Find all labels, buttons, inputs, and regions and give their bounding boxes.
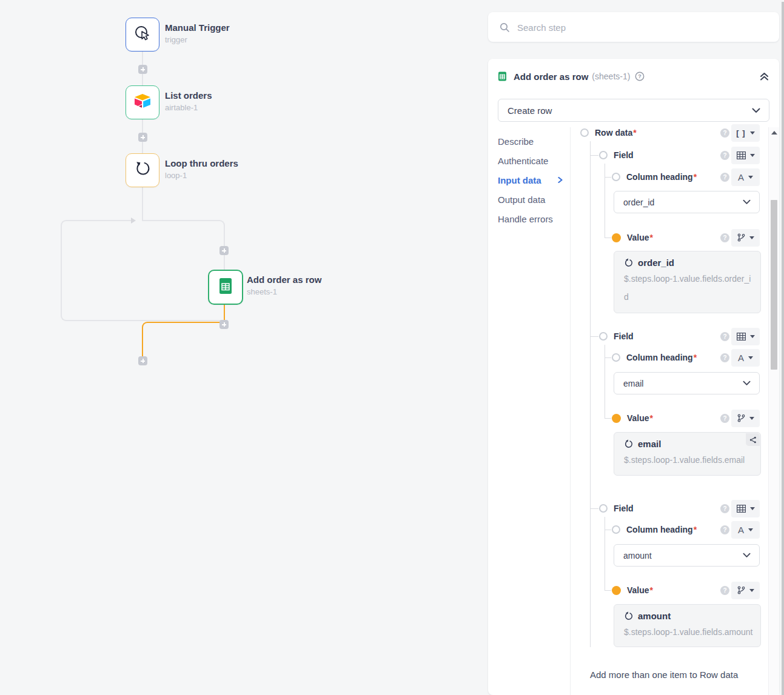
row-data-row: Row data* ? [ ]	[580, 124, 760, 142]
field-type-button[interactable]	[731, 147, 760, 164]
scroll-up-arrow[interactable]	[771, 131, 777, 135]
expression-type-button[interactable]	[731, 582, 760, 599]
step-id: (sheets-1)	[592, 71, 630, 81]
help-icon[interactable]: ?	[720, 586, 729, 595]
node-list-orders[interactable]	[126, 85, 159, 119]
chevron-down-icon	[743, 381, 751, 386]
table-icon	[737, 505, 746, 513]
help-icon[interactable]: ?	[720, 353, 729, 362]
add-step-button[interactable]	[219, 320, 229, 329]
test-toggle[interactable]	[599, 332, 608, 341]
string-type-glyph: A	[738, 525, 744, 535]
value-label: Value*	[627, 233, 653, 242]
chevron-down-icon	[752, 108, 760, 113]
value-row: Value* ?	[612, 409, 760, 427]
reference-name: order_id	[638, 258, 674, 268]
nav-item-handle-errors[interactable]: Handle errors	[488, 209, 570, 228]
help-icon[interactable]: ?	[720, 173, 729, 182]
add-step-button[interactable]	[138, 133, 147, 142]
nav-label: Authenticate	[498, 156, 548, 166]
column-heading-label: Column heading*	[626, 525, 697, 534]
help-icon[interactable]: ?	[720, 414, 729, 423]
value-expression-box[interactable]: amount $.steps.loop-1.value.fields.amoun…	[614, 604, 761, 647]
help-icon[interactable]: ?	[635, 71, 645, 81]
tree-line	[605, 418, 611, 419]
tree-line	[605, 238, 611, 238]
row-data-type-button[interactable]: [ ]	[731, 124, 760, 142]
insert-reference-button[interactable]	[746, 433, 760, 446]
add-step-button[interactable]	[219, 246, 229, 255]
caret-down-icon	[749, 589, 754, 592]
loop-arrow-icon	[131, 218, 136, 224]
help-icon[interactable]: ?	[720, 233, 729, 242]
field-type-button[interactable]	[731, 328, 760, 345]
node-manual-trigger[interactable]	[126, 18, 159, 52]
add-step-button[interactable]	[138, 65, 147, 74]
field-type-button[interactable]	[731, 500, 760, 517]
node-label: Manual Trigger trigger	[165, 22, 230, 45]
reference-path: $.steps.loop-1.value.fields.order_id	[624, 270, 754, 306]
string-type-button[interactable]: A	[731, 349, 760, 367]
value-row: Value* ?	[612, 228, 760, 247]
value-indicator[interactable]	[612, 586, 621, 595]
test-toggle[interactable]	[599, 151, 608, 159]
workflow-canvas: Manual Trigger trigger List orders airta…	[0, 0, 488, 695]
scrollbar-thumb[interactable]	[771, 200, 777, 370]
field-label: Field	[614, 150, 634, 160]
chevron-right-icon	[558, 177, 563, 183]
help-icon[interactable]: ?	[720, 504, 729, 513]
add-step-button[interactable]	[138, 356, 147, 365]
value-indicator[interactable]	[612, 233, 621, 242]
action-select[interactable]: Create row	[498, 99, 769, 122]
help-icon[interactable]: ?	[720, 525, 729, 534]
value-expression-box[interactable]: email $.steps.loop-1.value.fields.email	[614, 432, 761, 476]
nav-label: Input data	[498, 175, 541, 185]
collapse-panel-icon[interactable]	[759, 71, 769, 81]
string-type-glyph: A	[738, 353, 744, 363]
column-heading-label: Column heading*	[626, 353, 697, 362]
node-add-order-as-row[interactable]	[208, 270, 243, 305]
branch-icon	[737, 233, 745, 242]
test-toggle[interactable]	[612, 353, 620, 362]
help-icon[interactable]: ?	[720, 151, 729, 160]
expression-type-button[interactable]	[731, 410, 760, 427]
value-indicator[interactable]	[612, 414, 621, 423]
help-icon[interactable]: ?	[720, 128, 729, 138]
string-type-button[interactable]: A	[731, 521, 760, 539]
test-toggle[interactable]	[599, 504, 608, 513]
string-type-button[interactable]: A	[731, 168, 760, 186]
caret-down-icon	[748, 356, 753, 359]
nav-item-input-data[interactable]: Input data	[488, 170, 570, 190]
nav-item-describe[interactable]: Describe	[488, 131, 570, 151]
row-data-footer-hint: Add more than one item to Row data	[590, 670, 738, 680]
page-scrollbar[interactable]	[782, 2, 784, 695]
tree-line	[605, 590, 611, 591]
value-expression-box[interactable]: order_id $.steps.loop-1.value.fields.ord…	[614, 251, 761, 313]
nav-item-output-data[interactable]: Output data	[488, 190, 570, 209]
node-loop-thru-orders[interactable]	[126, 153, 159, 187]
caret-down-icon	[748, 176, 753, 179]
panel-scrollbar[interactable]	[768, 127, 779, 695]
column-heading-select[interactable]: amount	[614, 544, 760, 567]
node-subtitle: loop-1	[165, 170, 238, 181]
string-type-glyph: A	[738, 172, 744, 182]
field-label: Field	[614, 331, 634, 341]
column-heading-select[interactable]: order_id	[614, 191, 760, 213]
nav-item-authenticate[interactable]: Authenticate	[488, 151, 570, 170]
value-row: Value* ?	[612, 581, 760, 599]
tree-line	[605, 517, 605, 590]
step-config-card: Add order as row (sheets-1) ? Create row…	[488, 59, 779, 695]
node-title: Loop thru orders	[165, 158, 238, 169]
test-toggle[interactable]	[612, 173, 620, 181]
nav-label: Handle errors	[498, 214, 553, 224]
nav-label: Describe	[498, 136, 534, 147]
array-type-glyph: [ ]	[736, 128, 745, 138]
test-toggle[interactable]	[612, 525, 620, 534]
help-icon[interactable]: ?	[720, 332, 729, 341]
test-toggle[interactable]	[580, 128, 589, 137]
caret-down-icon	[750, 335, 755, 338]
column-heading-select[interactable]: email	[614, 372, 760, 394]
expression-type-button[interactable]	[731, 229, 760, 247]
node-label: Add order as row sheets-1	[247, 274, 321, 298]
search-step-input[interactable]	[516, 20, 749, 35]
